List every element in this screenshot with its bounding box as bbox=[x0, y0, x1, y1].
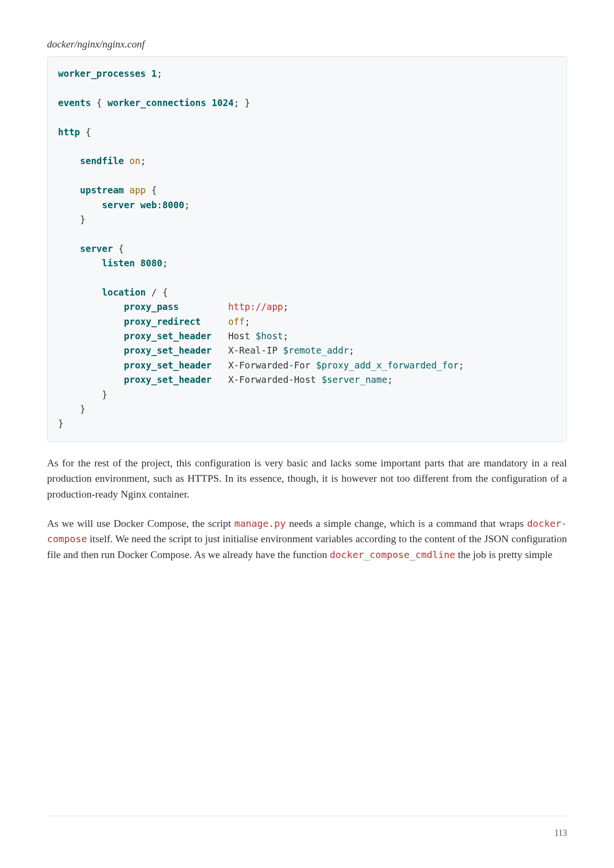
page-content: docker/nginx/nginx.conf worker_processes… bbox=[0, 0, 614, 563]
code-token: proxy_pass bbox=[124, 301, 178, 312]
code-token: off bbox=[228, 316, 245, 327]
code-token: ; bbox=[157, 68, 162, 79]
code-token: upstream bbox=[80, 185, 124, 195]
code-token: proxy_redirect bbox=[124, 316, 201, 327]
footer-divider bbox=[47, 816, 567, 816]
code-token: 1 bbox=[151, 68, 156, 79]
code-token: 1024 bbox=[212, 97, 234, 108]
paragraph-2: As we will use Docker Compose, the scrip… bbox=[47, 516, 567, 563]
code-token: worker_connections bbox=[107, 97, 206, 108]
text-run: the job is pretty simple bbox=[455, 549, 552, 560]
code-token: proxy_set_header bbox=[124, 331, 212, 341]
code-token: sendfile bbox=[80, 155, 124, 166]
code-token: { bbox=[118, 243, 124, 254]
code-token: { bbox=[96, 97, 102, 108]
code-token: proxy_set_header bbox=[124, 360, 212, 370]
code-token: { bbox=[152, 185, 157, 195]
code-token: ; bbox=[459, 360, 464, 370]
code-token: 8080 bbox=[141, 258, 163, 268]
file-path-label: docker/nginx/nginx.conf bbox=[47, 38, 567, 50]
page-number: 113 bbox=[555, 828, 567, 838]
code-token: } bbox=[102, 389, 107, 400]
code-token: } bbox=[245, 97, 250, 108]
inline-code-cmdline: docker_compose_cmdline bbox=[330, 549, 455, 560]
code-token: } bbox=[80, 404, 85, 414]
code-token: ; bbox=[162, 258, 167, 268]
code-token: $remote_addr bbox=[283, 345, 349, 356]
code-token: 8000 bbox=[162, 200, 184, 210]
code-token: ; bbox=[349, 345, 354, 356]
code-token: } bbox=[80, 214, 85, 225]
code-block: worker_processes 1; events { worker_conn… bbox=[47, 56, 567, 442]
code-token: ; bbox=[387, 374, 392, 385]
code-token: : bbox=[157, 200, 162, 210]
code-token: / bbox=[151, 287, 156, 297]
code-token: ; bbox=[234, 97, 239, 108]
code-token: on bbox=[130, 155, 141, 166]
code-token: ; bbox=[283, 301, 288, 312]
code-token: { bbox=[85, 127, 91, 137]
code-token: server bbox=[80, 243, 113, 254]
inline-code-managepy: manage.py bbox=[234, 518, 285, 529]
code-token: worker_processes bbox=[58, 68, 146, 79]
code-token: Host bbox=[228, 331, 250, 341]
code-token: { bbox=[162, 287, 167, 297]
text-run: As we will use Docker Compose, the scrip… bbox=[47, 518, 234, 529]
code-token: listen bbox=[102, 258, 135, 268]
code-token: web bbox=[141, 200, 157, 210]
code-token: ; bbox=[245, 316, 250, 327]
code-token: ; bbox=[184, 200, 189, 210]
code-token: http://app bbox=[228, 301, 283, 312]
code-token: location bbox=[102, 287, 146, 297]
code-token: X-Real-IP bbox=[228, 345, 278, 356]
code-token: $host bbox=[256, 331, 283, 341]
code-token: } bbox=[58, 418, 63, 428]
code-token: app bbox=[130, 185, 146, 195]
text-run: needs a simple change, which is a comman… bbox=[286, 518, 527, 529]
paragraph-1: As for the rest of the project, this con… bbox=[47, 455, 567, 502]
code-token: http bbox=[58, 127, 80, 137]
code-token: ; bbox=[141, 155, 146, 166]
code-token: ; bbox=[283, 331, 288, 341]
code-token: X-Forwarded-Host bbox=[228, 374, 316, 385]
code-token: proxy_set_header bbox=[124, 345, 212, 356]
code-token: $proxy_add_x_forwarded_for bbox=[316, 360, 459, 370]
code-token: X-Forwarded-For bbox=[228, 360, 311, 370]
code-token: events bbox=[58, 97, 91, 108]
code-token: $server_name bbox=[321, 374, 387, 385]
code-token: proxy_set_header bbox=[124, 374, 212, 385]
code-token: server bbox=[102, 200, 135, 210]
